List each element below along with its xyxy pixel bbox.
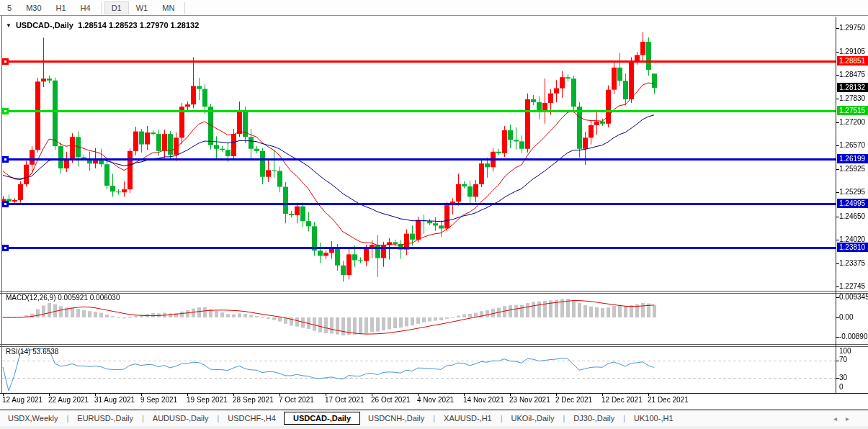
bottom-strip <box>0 426 868 429</box>
price-tick-label: 1.28475 <box>839 71 865 78</box>
price-chart-canvas[interactable] <box>0 16 868 409</box>
mt4-window: 5M30H1H4D1W1MN ▼USDCAD-,Daily 1.28514 1.… <box>0 0 868 429</box>
tab-usdcnh-daily[interactable]: USDCNH-,Daily <box>360 412 432 425</box>
macd-values: 0.005921 0.006030 <box>58 294 120 302</box>
timeframe-button-h1[interactable]: H1 <box>49 1 73 14</box>
date-label: 12 Aug 2021 <box>2 396 42 404</box>
date-label: 26 Oct 2021 <box>371 396 410 404</box>
chart-ohlc-readout: 1.28514 1.28523 1.27970 1.28132 <box>78 21 199 30</box>
tab-usdchf-h4[interactable]: USDCHF-,H4 <box>220 412 284 425</box>
timeframe-button-mn[interactable]: MN <box>155 1 182 14</box>
chart-dropdown-icon[interactable]: ▼ <box>6 22 12 29</box>
macd-name: MACD(12,26,9) <box>6 294 55 302</box>
timeframe-button-m30[interactable]: M30 <box>19 1 48 14</box>
price-tick-label: 1.26570 <box>839 141 865 149</box>
price-tick-label: 1.22745 <box>839 282 865 290</box>
tabs-scroll-right-icon[interactable]: ▸ <box>846 415 858 423</box>
macd-tick-label: 0.009345 <box>839 293 868 301</box>
timeframe-button-d1[interactable]: D1 <box>104 1 129 14</box>
price-tick-label: 1.25925 <box>839 165 865 173</box>
date-label: 23 Nov 2021 <box>509 396 550 404</box>
price-tick-label: 1.29750 <box>839 24 865 32</box>
toolbar-separator <box>101 2 102 14</box>
macd-indicator-label: MACD(12,26,9) 0.005921 0.006030 <box>6 294 120 302</box>
toolbar-separator <box>184 2 185 14</box>
tab-dj30-daily[interactable]: DJ30-,Daily <box>565 412 622 425</box>
date-label: 7 Oct 2021 <box>279 396 314 404</box>
date-label: 17 Oct 2021 <box>325 396 364 404</box>
price-tick-label: 1.25295 <box>839 188 865 196</box>
tab-usdx-weekly[interactable]: USDX,Weekly <box>0 412 66 425</box>
tab-eurusd-daily[interactable]: EURUSD-,Daily <box>69 412 141 425</box>
date-label: 31 Aug 2021 <box>94 396 135 404</box>
price-badge: 1.26199 <box>837 154 868 163</box>
tab-ukoil-daily[interactable]: UKOil-,Daily <box>504 412 563 425</box>
price-tick-label: 1.27200 <box>839 118 865 126</box>
date-label: 2 Dec 2021 <box>555 396 592 404</box>
timeframe-button-w1[interactable]: W1 <box>129 1 156 14</box>
price-badge: 1.28132 <box>837 83 868 92</box>
price-tick-label: 1.24650 <box>839 212 865 220</box>
macd-tick-label: 0.00 <box>839 313 853 321</box>
chart-title: ▼USDCAD-,Daily 1.28514 1.28523 1.27970 1… <box>6 21 199 30</box>
timeframe-toolbar: 5M30H1H4D1W1MN <box>0 0 868 16</box>
date-label: 19 Sep 2021 <box>187 396 228 404</box>
rsi-value: 53.6538 <box>32 348 58 356</box>
price-tick-label: 1.29105 <box>839 48 865 55</box>
rsi-indicator-label: RSI(14) 53.6538 <box>6 348 58 356</box>
date-label: 14 Nov 2021 <box>463 396 504 404</box>
rsi-tick-label: 100 <box>839 347 851 355</box>
rsi-tick-label: 30 <box>839 374 847 381</box>
timeframe-button-h4[interactable]: H4 <box>73 1 98 14</box>
price-badge: 1.28851 <box>837 56 868 66</box>
timeframe-button-5[interactable]: 5 <box>0 1 19 14</box>
date-label: 22 Aug 2021 <box>48 396 89 404</box>
price-badge: 1.24995 <box>837 199 868 208</box>
rsi-tick-label: 0 <box>839 383 844 391</box>
chart-symbol-label: USDCAD-,Daily <box>16 21 73 30</box>
rsi-tick-label: 70 <box>839 356 847 363</box>
tab-scroll-arrows: ◂▸ <box>833 415 858 423</box>
date-label: 12 Dec 2021 <box>601 396 643 404</box>
rsi-name: RSI(14) <box>6 348 30 356</box>
date-label: 9 Sep 2021 <box>140 396 177 404</box>
tab-audusd-daily[interactable]: AUDUSD-,Daily <box>145 412 217 425</box>
tabs-scroll-left-icon[interactable]: ◂ <box>833 415 846 423</box>
price-badge: 1.23810 <box>837 243 868 252</box>
tab-usdcad-daily[interactable]: USDCAD-,Daily <box>284 412 360 425</box>
price-tick-label: 1.23375 <box>839 259 865 267</box>
tab-uk100-h1[interactable]: UK100-,H1 <box>626 412 681 425</box>
price-badge: 1.27515 <box>837 106 868 115</box>
tab-xauusd-h1[interactable]: XAUUSD-,H1 <box>436 412 500 425</box>
date-label: 4 Nov 2021 <box>417 396 454 404</box>
date-label: 28 Sep 2021 <box>233 396 274 404</box>
chart-tab-bar: USDX,Weekly|EURUSD-,Daily|AUDUSD-,Daily|… <box>0 410 868 426</box>
chart-window: ▼USDCAD-,Daily 1.28514 1.28523 1.27970 1… <box>0 16 868 409</box>
price-tick-label: 1.27830 <box>839 94 865 102</box>
date-label: 21 Dec 2021 <box>648 396 689 404</box>
macd-tick-label: -0.008905 <box>839 333 868 340</box>
